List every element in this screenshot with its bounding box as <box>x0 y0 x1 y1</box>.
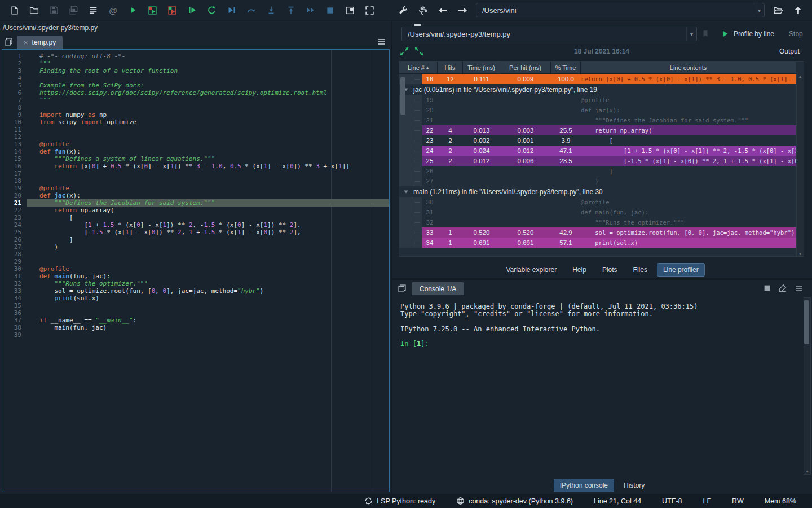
tab-history[interactable]: History <box>617 479 651 492</box>
interrupt-kernel-icon[interactable] <box>764 284 771 292</box>
profiler-row[interactable]: 3410.6910.69157.1 print(sol.x) <box>399 238 796 248</box>
new-window-icon[interactable] <box>395 282 409 295</box>
chevron-down-icon[interactable]: ▾ <box>754 3 764 17</box>
profiler-scrollbar[interactable]: ▲ ▼ <box>796 74 804 256</box>
code-line <box>27 170 389 177</box>
collapse-all-icon[interactable] <box>399 46 409 56</box>
rerun-cell-icon[interactable] <box>202 3 222 17</box>
forward-icon[interactable] <box>453 3 473 17</box>
open-file-icon[interactable] <box>24 3 44 17</box>
profiler-row[interactable]: 2520.0120.00623.5 [-1.5 * (x[1] - x[0]) … <box>399 156 796 166</box>
expand-all-icon[interactable] <box>414 46 424 56</box>
profiler-row[interactable]: 21 """Defines the Jacobian for said syst… <box>399 115 796 125</box>
profiler-row[interactable]: 2420.0240.01247.1 [1 + 1.5 * (x[0] - x[1… <box>399 146 796 156</box>
profiler-file-combo[interactable]: /Users/vini/.spyder-py3/temp.py ▾ <box>401 27 697 41</box>
code-line: if __name__ == "__main__": <box>27 317 389 324</box>
code-line: ) <box>27 243 389 251</box>
console-prompt[interactable]: In [1]: <box>400 340 801 348</box>
save-all-icon[interactable] <box>64 3 83 17</box>
run-cell-icon[interactable] <box>143 3 162 17</box>
run-selection-icon[interactable] <box>182 3 202 17</box>
close-icon[interactable]: × <box>24 39 28 46</box>
line-contents: print(sol.x) <box>581 238 796 248</box>
profiler-table[interactable]: Line #▴HitsTime (ms)Per hit (ms)% TimeLi… <box>399 61 804 257</box>
console-tab[interactable]: Console 1/A <box>412 282 464 295</box>
tab-files[interactable]: Files <box>627 263 654 277</box>
continue-icon[interactable] <box>301 3 320 17</box>
profiler-group-row[interactable]: jac (0.051ms) in file "/Users/vini/.spyd… <box>399 84 796 95</box>
maximize-pane-icon[interactable] <box>340 3 360 17</box>
step-return-icon[interactable] <box>281 3 301 17</box>
tab-variable-explorer[interactable]: Variable explorer <box>500 263 563 277</box>
line-number: 25 <box>2 229 21 236</box>
back-icon[interactable] <box>433 3 453 17</box>
profiler-row[interactable]: 3310.5200.52042.9 sol = optimize.root(fu… <box>399 227 796 238</box>
line-contents: def main(fun, jac): <box>581 207 796 217</box>
profiler-row[interactable]: 32 """Runs the optimizer.""" <box>399 217 796 227</box>
tab-line-profiler[interactable]: Line profiler <box>657 263 705 277</box>
line-number: 15 <box>2 155 21 163</box>
run-file-icon[interactable] <box>123 3 143 17</box>
step-over-icon[interactable] <box>241 3 261 17</box>
find-symbols-icon[interactable]: @ <box>103 3 123 17</box>
scroll-down-icon[interactable]: ▼ <box>805 470 809 474</box>
profiler-row[interactable]: 31def main(fun, jac): <box>399 207 796 217</box>
scrollbar-thumb[interactable] <box>400 77 405 115</box>
chevron-down-icon[interactable]: ▾ <box>686 27 696 41</box>
pane-drag-handle[interactable] <box>414 24 421 26</box>
column-header[interactable]: Per hit (ms) <box>500 62 551 74</box>
open-dir-icon[interactable] <box>768 3 788 17</box>
profiler-row[interactable]: 27 ) <box>399 176 796 186</box>
line-number: 24 <box>2 221 21 229</box>
collapse-arrow-icon[interactable] <box>403 189 409 195</box>
scroll-up-icon[interactable]: ▲ <box>798 75 802 78</box>
breadcrumb: /Users/vini/.spyder-py3/temp.py <box>0 21 391 34</box>
run-cell-advance-icon[interactable] <box>162 3 182 17</box>
stop-button[interactable]: Stop <box>789 30 803 38</box>
preferences-icon[interactable] <box>394 3 413 17</box>
options-menu-icon[interactable] <box>794 284 804 293</box>
editor-tab-temp-py[interactable]: × temp.py <box>17 36 63 49</box>
line-contents: [ <box>581 135 796 146</box>
stop-debug-icon[interactable] <box>320 3 340 17</box>
profiler-row[interactable]: 16120.1110.009100.0return [x[0] + 0.5 * … <box>399 74 796 84</box>
profiler-table-header[interactable]: Line #▴HitsTime (ms)Per hit (ms)% TimeLi… <box>399 62 796 74</box>
profiler-row[interactable]: 30@profile <box>399 197 796 207</box>
tab-plots[interactable]: Plots <box>596 263 624 277</box>
profile-by-line-button[interactable]: Profile by line <box>721 29 774 38</box>
outline-explorer-icon[interactable] <box>83 3 103 17</box>
console-output[interactable]: Python 3.9.6 | packaged by conda-forge |… <box>392 295 812 477</box>
profiler-row[interactable]: 20def jac(x): <box>399 105 796 115</box>
pythonpath-icon[interactable] <box>413 3 433 17</box>
parent-dir-icon[interactable] <box>788 3 807 17</box>
scrollbar-thumb[interactable] <box>804 300 809 344</box>
profiler-row[interactable]: 26 ] <box>399 166 796 176</box>
options-menu-icon[interactable] <box>373 35 390 49</box>
code-editor[interactable]: 1234567891011121314151617181920212223242… <box>2 49 390 492</box>
new-file-icon[interactable] <box>5 3 24 17</box>
column-header[interactable]: Hits <box>438 62 463 74</box>
column-header[interactable]: % Time <box>551 62 581 74</box>
tab-ipython-console[interactable]: IPython console <box>554 479 614 492</box>
column-header[interactable]: Line contents <box>581 62 796 74</box>
fullscreen-icon[interactable] <box>360 3 379 17</box>
column-header[interactable]: Line #▴ <box>399 62 438 74</box>
browse-tabs-icon[interactable] <box>1 35 16 49</box>
profiler-row[interactable]: 2320.0020.0013.9 [ <box>399 135 796 146</box>
profiler-row[interactable]: 19@profile <box>399 95 796 105</box>
profiler-group-row[interactable]: main (1.211ms) in file "/Users/vini/.spy… <box>399 186 796 197</box>
working-directory-combo[interactable]: /Users/vini ▾ <box>476 3 765 17</box>
line-contents: def jac(x): <box>581 105 796 115</box>
debug-file-icon[interactable] <box>222 3 241 17</box>
column-header[interactable]: Time (ms) <box>463 62 500 74</box>
bookmark-icon[interactable] <box>701 29 709 38</box>
line-number: 8 <box>2 104 21 111</box>
scroll-down-icon[interactable]: ▼ <box>798 252 802 256</box>
code-area[interactable]: # -*- coding: utf-8 -*-"""Finding the ro… <box>27 50 389 492</box>
tab-help[interactable]: Help <box>566 263 593 277</box>
clear-console-icon[interactable] <box>778 283 787 293</box>
profiler-row[interactable]: 2240.0130.00325.5 return np.array( <box>399 125 796 135</box>
step-into-icon[interactable] <box>261 3 281 17</box>
save-icon[interactable] <box>44 3 64 17</box>
line-number: 12 <box>2 133 21 141</box>
